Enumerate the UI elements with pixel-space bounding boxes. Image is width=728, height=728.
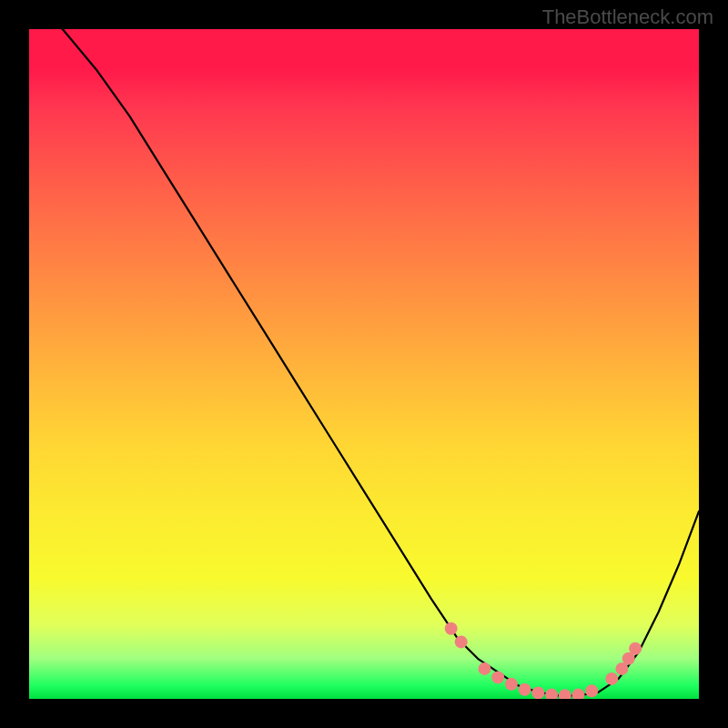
watermark-text: TheBottleneck.com <box>542 5 713 29</box>
highlight-marker <box>479 662 491 675</box>
highlight-marker <box>572 689 585 699</box>
highlight-marker <box>545 689 558 699</box>
highlight-marker <box>505 678 518 691</box>
highlight-marker <box>491 671 504 683</box>
highlight-marker <box>605 672 618 685</box>
highlight-marker-group <box>445 622 642 699</box>
highlight-marker <box>519 683 531 696</box>
highlight-marker <box>629 642 642 655</box>
chart-svg-layer <box>29 29 699 699</box>
highlight-marker <box>531 686 544 699</box>
bottleneck-curve-line <box>29 29 699 695</box>
highlight-marker <box>559 689 571 699</box>
chart-plot-area <box>29 29 699 699</box>
highlight-marker <box>455 635 468 648</box>
highlight-marker <box>445 622 458 635</box>
highlight-marker <box>585 684 598 697</box>
